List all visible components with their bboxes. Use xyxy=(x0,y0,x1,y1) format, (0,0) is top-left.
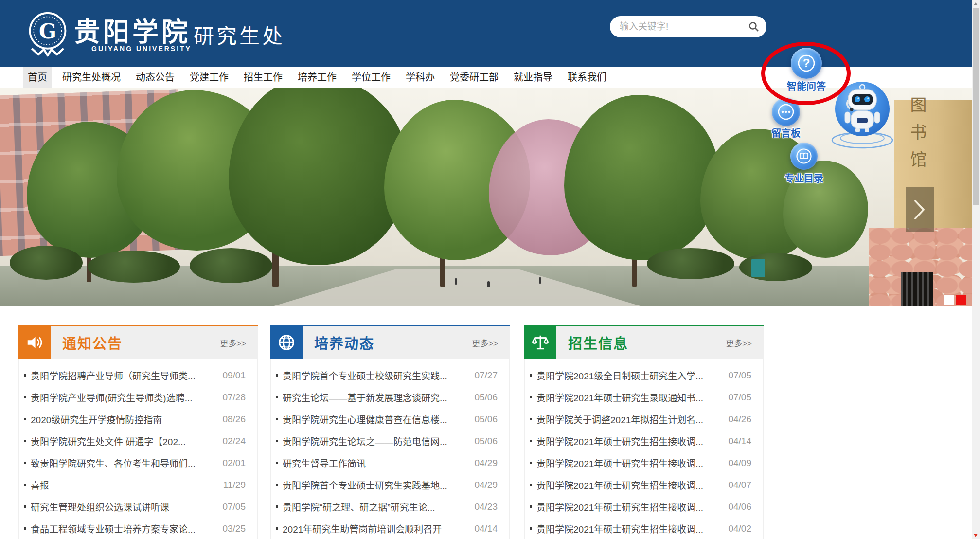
news-item[interactable]: 贵阳学院2021年硕士研究生招生接收调...04/09 xyxy=(525,452,763,474)
news-item[interactable]: 贵阳学院首个专业硕士校级研究生实践...07/27 xyxy=(271,364,509,386)
news-item[interactable]: 喜报11/29 xyxy=(19,474,257,496)
search-input[interactable] xyxy=(610,16,766,37)
news-title[interactable]: 喜报 xyxy=(31,478,216,491)
nav-item-9[interactable]: 就业指导 xyxy=(509,67,557,88)
news-item[interactable]: 贵阳学院2021年硕士研究生招生接收调...04/02 xyxy=(525,518,763,539)
nav-item-3[interactable]: 党建工作 xyxy=(185,67,233,88)
news-title[interactable]: 贵阳学院研究生论坛之——防范电信网... xyxy=(283,434,467,448)
carousel-next-button[interactable] xyxy=(906,187,934,232)
speaker-icon xyxy=(18,326,51,359)
news-item[interactable]: 贵阳学院研究生心理健康普查在信息楼...05/06 xyxy=(271,408,509,430)
news-title[interactable]: 2020级研究生开学疫情防控指南 xyxy=(31,413,215,426)
more-link[interactable]: 更多>> xyxy=(726,337,752,349)
banner-shrub xyxy=(739,253,812,281)
news-item[interactable]: 贵阳学院首个专业硕士研究生实践基地...04/29 xyxy=(271,474,509,496)
campus-photo-banner: 图书馆 xyxy=(0,88,972,306)
nav-item-5[interactable]: 培养工作 xyxy=(293,67,341,88)
nav-item-10[interactable]: 联系我们 xyxy=(563,67,611,88)
news-item[interactable]: 食品工程领域专业硕士培养方案专家论...03/25 xyxy=(19,518,257,539)
smart-qa-button[interactable]: ? xyxy=(791,48,822,79)
logo-monogram: G xyxy=(39,19,56,43)
nav-item-2[interactable]: 动态公告 xyxy=(131,67,179,88)
nav-item-6[interactable]: 学位工作 xyxy=(347,67,395,88)
message-board-label[interactable]: 留言板 xyxy=(765,126,807,140)
major-catalog-label[interactable]: 专业目录 xyxy=(778,171,830,185)
university-name-calligraphy: 贵阳学院 xyxy=(74,11,191,49)
university-seal-logo[interactable]: G xyxy=(24,10,71,57)
news-date: 08/26 xyxy=(222,414,246,425)
nav-item-1[interactable]: 研究生处概况 xyxy=(58,67,125,88)
more-link[interactable]: 更多>> xyxy=(220,337,246,349)
news-title[interactable]: 2021年研究生助管岗前培训会顺利召开 xyxy=(283,522,467,535)
news-item[interactable]: 贵阳学院2021年硕士研究生招生接收调...04/07 xyxy=(525,474,763,496)
news-title[interactable]: 贵阳学院研究生心理健康普查在信息楼... xyxy=(283,413,467,426)
more-link[interactable]: 更多>> xyxy=(472,337,498,349)
major-catalog-button[interactable] xyxy=(790,143,818,170)
news-item[interactable]: 贵阳学院研究生处文件 研通字【202...02/24 xyxy=(19,430,257,452)
nav-item-7[interactable]: 学科办 xyxy=(401,67,439,88)
admissions-panel: 招生信息 更多>> 贵阳学院2021级全日制硕士研究生入学...07/05贵阳学… xyxy=(524,325,764,539)
news-title[interactable]: 研究生管理处组织公选课试讲听课 xyxy=(31,500,215,513)
news-title[interactable]: 贵阳学院2021年硕士研究生招生接收调... xyxy=(536,434,721,448)
bullet-icon xyxy=(276,462,278,464)
notice-panel: 通知公告 更多>> 贵阳学院招聘产业导师（研究生导师类...09/01贵阳学院产… xyxy=(18,325,258,539)
news-title[interactable]: 贵阳学院首个专业硕士校级研究生实践... xyxy=(283,369,467,382)
nav-item-4[interactable]: 招生工作 xyxy=(239,67,287,88)
bullet-icon xyxy=(530,505,532,508)
news-title[interactable]: 贵阳学院招聘产业导师（研究生导师类... xyxy=(31,369,215,382)
news-item[interactable]: 贵阳学院招聘产业导师（研究生导师类...09/01 xyxy=(19,364,257,386)
search-icon[interactable] xyxy=(748,21,760,33)
vertical-scrollbar[interactable] xyxy=(972,0,980,539)
banner-tree xyxy=(564,95,720,260)
news-title[interactable]: 贵阳学院2021级全日制硕士研究生入学... xyxy=(536,369,721,382)
news-item[interactable]: 2020级研究生开学疫情防控指南08/26 xyxy=(19,408,257,430)
news-title[interactable]: 研究生论坛——基于新发展理念谈研究... xyxy=(283,391,467,404)
scrollbar-thumb[interactable] xyxy=(973,8,979,205)
panel-title: 招生信息 xyxy=(568,332,628,353)
news-item[interactable]: 2021年研究生助管岗前培训会顺利召开04/14 xyxy=(271,518,509,539)
news-date: 07/05 xyxy=(222,502,246,512)
bullet-icon xyxy=(276,527,278,530)
news-title[interactable]: 贵阳学院2021年硕士研究生招生接收调... xyxy=(536,478,721,491)
bullet-icon xyxy=(276,396,278,398)
news-item[interactable]: 贵阳学院2021级全日制硕士研究生入学...07/05 xyxy=(525,364,763,386)
news-title[interactable]: 贵阳学院2021年硕士研究生招生接收调... xyxy=(536,500,721,513)
news-title[interactable]: 贵阳学院2021年硕士研究生录取通知书... xyxy=(536,391,721,404)
news-item[interactable]: 研究生督导工作简讯04/29 xyxy=(271,452,509,474)
news-item[interactable]: 贵阳学院2021年硕士研究生招生接收调...04/14 xyxy=(525,430,763,452)
news-item[interactable]: 贵阳学院2021年硕士研究生招生接收调...04/06 xyxy=(525,496,763,518)
news-date: 02/24 xyxy=(222,436,246,447)
banner-shrub xyxy=(647,248,734,279)
nav-item-8[interactable]: 党委研工部 xyxy=(445,67,503,88)
news-item[interactable]: 贵阳学院产业导师(研究生导师类)选聘...07/28 xyxy=(19,386,257,408)
smart-qa-label[interactable]: 智能问答 xyxy=(784,79,829,93)
news-title[interactable]: 贵阳学院首个专业硕士研究生实践基地... xyxy=(283,478,467,491)
carousel-dot-2-active[interactable] xyxy=(956,295,966,305)
question-mark-icon: ? xyxy=(796,53,817,74)
news-title[interactable]: 贵阳学院关于调整2021年拟招生计划名... xyxy=(536,413,721,426)
news-title[interactable]: 研究生督导工作简讯 xyxy=(283,456,467,469)
news-title[interactable]: 食品工程领域专业硕士培养方案专家论... xyxy=(31,522,215,535)
bullet-icon xyxy=(24,418,26,420)
news-title[interactable]: 贵阳学院产业导师(研究生导师类)选聘... xyxy=(31,391,215,404)
nav-item-0[interactable]: 首页 xyxy=(23,67,52,88)
robot-assistant-mascot[interactable] xyxy=(831,79,894,157)
news-item[interactable]: 贵阳学院“研之理、研之据”研究生论...04/23 xyxy=(271,496,509,518)
news-date: 04/09 xyxy=(728,458,751,468)
news-date: 03/25 xyxy=(222,523,246,534)
news-item[interactable]: 贵阳学院关于调整2021年拟招生计划名...04/26 xyxy=(525,408,763,430)
news-item[interactable]: 研究生论坛——基于新发展理念谈研究...05/06 xyxy=(271,386,509,408)
news-item[interactable]: 贵阳学院研究生论坛之——防范电信网...05/06 xyxy=(271,430,509,452)
scroll-up-arrow-icon[interactable] xyxy=(974,2,978,5)
news-item[interactable]: 研究生管理处组织公选课试讲听课07/05 xyxy=(19,496,257,518)
news-title[interactable]: 贵阳学院“研之理、研之据”研究生论... xyxy=(283,500,467,513)
news-item[interactable]: 贵阳学院2021年硕士研究生录取通知书...07/05 xyxy=(525,386,763,408)
carousel-dot-1[interactable] xyxy=(944,295,954,305)
news-item[interactable]: 致贵阳学院研究生、各位考生和导师们...02/01 xyxy=(19,452,257,474)
news-title[interactable]: 贵阳学院2021年硕士研究生招生接收调... xyxy=(536,456,721,469)
message-board-button[interactable] xyxy=(772,98,800,126)
news-title[interactable]: 贵阳学院2021年硕士研究生招生接收调... xyxy=(536,522,721,535)
news-title[interactable]: 致贵阳学院研究生、各位考生和导师们... xyxy=(31,456,215,469)
scroll-down-arrow-icon[interactable] xyxy=(974,534,978,537)
news-title[interactable]: 贵阳学院研究生处文件 研通字【202... xyxy=(31,434,215,448)
